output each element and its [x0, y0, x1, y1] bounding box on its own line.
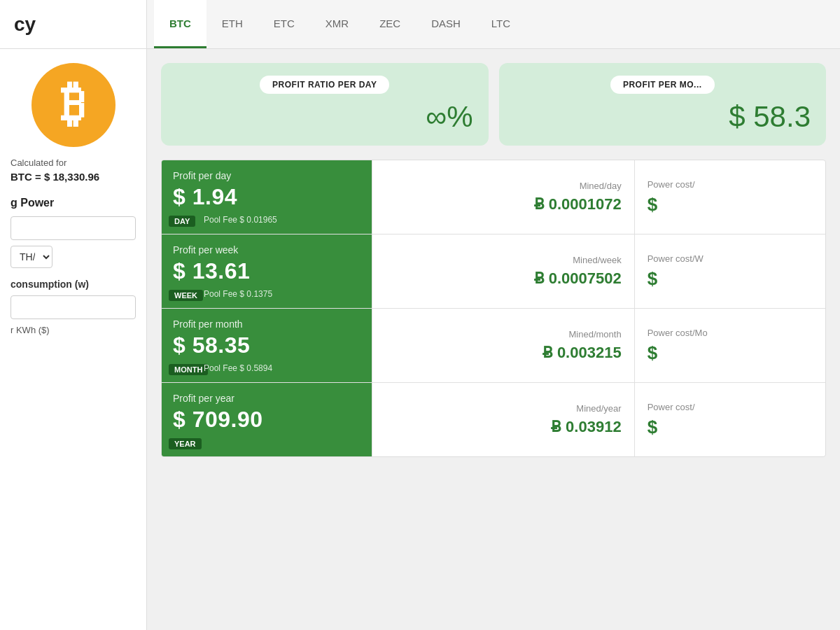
- profit-title-year: Profit per year: [173, 393, 360, 404]
- content-area: PROFIT RATIO PER DAY ∞% PROFIT PER MO...…: [147, 49, 840, 630]
- table-row-month: Profit per month $ 58.35 Month Pool Fee …: [162, 309, 825, 383]
- power-value-week: $: [648, 268, 813, 290]
- mined-cell-year: Mined/year Ƀ 0.03912: [372, 383, 634, 456]
- mined-cell-month: Mined/month Ƀ 0.003215: [372, 309, 634, 382]
- mined-cell-week: Mined/week Ƀ 0.0007502: [372, 234, 634, 308]
- period-cell-week: Profit per week $ 13.61 Week Pool Fee $ …: [162, 234, 372, 308]
- ratio-label: PROFIT RATIO PER DAY: [260, 76, 389, 94]
- mined-value-month: Ƀ 0.003215: [385, 344, 622, 362]
- profit-value-day: $ 1.94: [173, 184, 360, 210]
- tab-zec[interactable]: ZEC: [364, 0, 416, 48]
- period-cell-day: Profit per day $ 1.94 Day Pool Fee $ 0.0…: [162, 160, 372, 234]
- mined-label-month: Mined/month: [385, 329, 622, 340]
- summary-card-month: PROFIT PER MO... $ 58.3: [499, 63, 827, 146]
- mined-value-day: Ƀ 0.0001072: [385, 195, 622, 214]
- power-value-year: $: [648, 416, 813, 438]
- power-cell-month: Power cost/Mo $: [634, 309, 825, 382]
- btc-symbol: ₿: [61, 79, 85, 128]
- pool-fee-month: Pool Fee $ 0.5894: [204, 363, 272, 373]
- data-table: Profit per day $ 1.94 Day Pool Fee $ 0.0…: [161, 160, 826, 457]
- coin-logo: ₿: [31, 63, 115, 147]
- period-cell-month: Profit per month $ 58.35 Month Pool Fee …: [162, 309, 372, 382]
- mined-label-day: Mined/day: [385, 181, 622, 191]
- power-cell-day: Power cost/ $: [634, 160, 825, 234]
- table-row-day: Profit per day $ 1.94 Day Pool Fee $ 0.0…: [162, 160, 825, 234]
- summary-cards: PROFIT RATIO PER DAY ∞% PROFIT PER MO...…: [161, 63, 826, 146]
- consumption-input[interactable]: [10, 295, 136, 319]
- period-tag-week: Week: [169, 290, 203, 301]
- app-title: cy: [0, 0, 147, 48]
- power-value-day: $: [648, 194, 813, 216]
- profit-title-day: Profit per day: [173, 170, 360, 181]
- mined-cell-day: Mined/day Ƀ 0.0001072: [372, 160, 634, 234]
- pool-fee-day: Pool Fee $ 0.01965: [204, 215, 277, 225]
- unit-select[interactable]: TH/s GH/s MH/s: [10, 246, 52, 268]
- mined-label-year: Mined/year: [385, 403, 622, 414]
- power-label-day: Power cost/: [648, 179, 813, 190]
- profit-value-week: $ 13.61: [173, 258, 360, 284]
- main-layout: ₿ Calculated for BTC = $ 18,330.96 g Pow…: [0, 49, 840, 630]
- period-tag-month: Month: [169, 364, 208, 375]
- tab-eth[interactable]: ETH: [206, 0, 258, 48]
- power-value-month: $: [648, 342, 813, 364]
- consumption-label: consumption (w): [10, 279, 136, 290]
- tab-btc[interactable]: BTC: [154, 0, 206, 48]
- month-value: $ 58.3: [514, 101, 811, 133]
- power-label-year: Power cost/: [648, 402, 813, 412]
- profit-title-week: Profit per week: [173, 244, 360, 255]
- summary-card-ratio: PROFIT RATIO PER DAY ∞%: [161, 63, 489, 146]
- tab-etc[interactable]: ETC: [258, 0, 310, 48]
- power-cell-week: Power cost/W $: [634, 234, 825, 308]
- tab-dash[interactable]: DASH: [416, 0, 476, 48]
- tab-xmr[interactable]: XMR: [310, 0, 364, 48]
- profit-value-year: $ 709.90: [173, 407, 360, 433]
- power-label-week: Power cost/W: [648, 253, 813, 264]
- sidebar: ₿ Calculated for BTC = $ 18,330.96 g Pow…: [0, 49, 147, 630]
- nav-tabs: BTC ETH ETC XMR ZEC DASH LTC: [147, 0, 533, 48]
- month-label: PROFIT PER MO...: [610, 76, 715, 94]
- period-tag-day: Day: [169, 216, 195, 227]
- table-row-year: Profit per year $ 709.90 Year Mined/year…: [162, 383, 825, 456]
- period-tag-year: Year: [169, 438, 202, 449]
- pool-fee-week: Pool Fee $ 0.1375: [204, 289, 272, 299]
- table-row-week: Profit per week $ 13.61 Week Pool Fee $ …: [162, 234, 825, 309]
- top-nav: cy BTC ETH ETC XMR ZEC DASH LTC: [0, 0, 840, 49]
- btc-price: BTC = $ 18,330.96: [10, 171, 136, 183]
- tab-ltc[interactable]: LTC: [476, 0, 526, 48]
- mined-label-week: Mined/week: [385, 255, 622, 265]
- hashing-power-input[interactable]: [10, 216, 136, 240]
- ratio-value: ∞%: [176, 101, 473, 133]
- profit-value-month: $ 58.35: [173, 332, 360, 358]
- kwh-label: r KWh ($): [10, 325, 136, 335]
- power-label-month: Power cost/Mo: [648, 328, 813, 338]
- hashing-power-title: g Power: [10, 197, 136, 209]
- mined-value-week: Ƀ 0.0007502: [385, 270, 622, 288]
- profit-title-month: Profit per month: [173, 318, 360, 330]
- power-cell-year: Power cost/ $: [634, 383, 825, 456]
- period-cell-year: Profit per year $ 709.90 Year: [162, 383, 372, 456]
- mined-value-year: Ƀ 0.03912: [385, 418, 622, 436]
- calc-for-label: Calculated for: [10, 158, 136, 168]
